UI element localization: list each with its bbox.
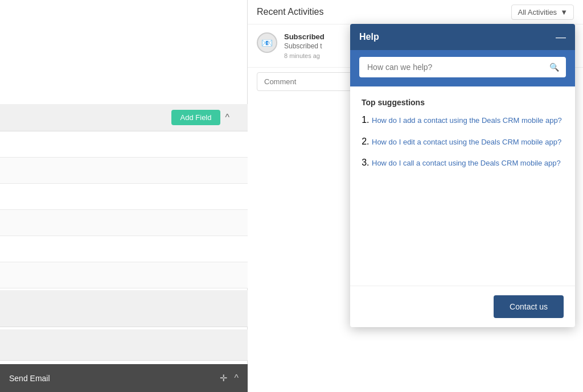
suggestions-list: How do I add a contact using the Deals C… [362, 115, 564, 169]
help-popup-title: Help [359, 32, 379, 42]
collapse-fields-button[interactable]: ^ [225, 113, 229, 123]
top-suggestions-title: Top suggestions [362, 98, 564, 107]
suggestion-item-1: How do I add a contact using the Deals C… [372, 115, 564, 126]
filter-label: All Activities [518, 8, 557, 16]
send-email-label: Send Email [9, 374, 50, 383]
field-row [0, 131, 248, 158]
field-row [0, 184, 248, 210]
bottom-text-areas [0, 290, 248, 361]
suggestion-link-3[interactable]: How do I call a contact using the Deals … [372, 159, 561, 167]
recent-activities-header: Recent Activities All Activities ▼ [248, 0, 583, 24]
field-row [0, 262, 248, 288]
activity-icon: 📧 [257, 32, 277, 53]
collapse-icon[interactable]: ^ [234, 373, 239, 383]
help-popup: Help — 🔍 Top suggestions How do I add a … [350, 24, 575, 327]
field-rows [0, 131, 248, 288]
add-field-button[interactable]: Add Field [171, 110, 221, 125]
help-footer: Contact us [350, 286, 575, 327]
help-header: Help — [350, 24, 575, 50]
field-row [0, 236, 248, 262]
help-close-button[interactable]: — [556, 32, 566, 42]
help-search-wrapper: 🔍 [359, 57, 566, 77]
suggestion-link-2[interactable]: How do I edit a contact using the Deals … [372, 138, 561, 146]
suggestion-link-1[interactable]: How do I add a contact using the Deals C… [372, 116, 562, 125]
search-icon: 🔍 [549, 63, 559, 72]
field-row [0, 158, 248, 184]
help-search-input[interactable] [359, 57, 566, 77]
left-panel: Add Field ^ Send Email ✛ ^ [0, 0, 248, 392]
field-row [0, 210, 248, 236]
contact-us-button[interactable]: Contact us [494, 295, 564, 318]
activities-filter-dropdown[interactable]: All Activities ▼ [511, 5, 574, 20]
activity-type-icon: 📧 [261, 38, 273, 48]
add-field-bar: Add Field ^ [0, 104, 248, 131]
textarea-field-2[interactable] [0, 329, 248, 361]
help-body: Top suggestions How do I add a contact u… [350, 86, 575, 286]
send-email-icons: ✛ ^ [220, 373, 239, 383]
send-email-bar: Send Email ✛ ^ [0, 364, 248, 392]
suggestion-item-2: How do I edit a contact using the Deals … [372, 137, 564, 148]
help-search-area: 🔍 [350, 50, 575, 86]
filter-chevron-icon: ▼ [560, 8, 568, 16]
suggestion-item-3: How do I call a contact using the Deals … [372, 158, 564, 169]
move-icon: ✛ [220, 373, 227, 383]
recent-activities-title: Recent Activities [257, 7, 323, 17]
textarea-field-1[interactable] [0, 290, 248, 327]
